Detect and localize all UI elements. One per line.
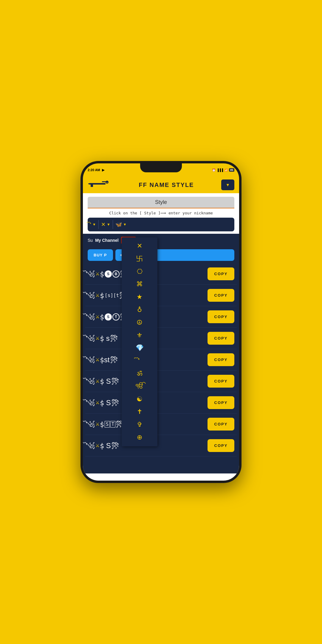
ff-sym3: ꧂𑆿 (112, 399, 119, 407)
table-row: 𑆿꧁ ⚔ ṩ S ꧂𑆿 COPY (85, 392, 237, 414)
copy-button-9[interactable]: COPY (208, 439, 234, 452)
ff-sym3: ꧂𑆿 (112, 377, 119, 386)
ff-sym: 𑆿꧁ (88, 377, 95, 386)
b-circle: B (112, 270, 120, 278)
time: 2:20 AM (88, 168, 100, 172)
svg-rect-2 (91, 185, 93, 187)
selector-group-3[interactable]: 🦋 ▼ (115, 221, 127, 228)
dropdown-item-15[interactable]: ✞ (122, 418, 157, 431)
copy-button-5[interactable]: COPY (208, 353, 234, 366)
app-header: FF NAME STYLE ▼ (83, 177, 239, 193)
wifi-icon: 📶 (224, 168, 228, 172)
ff-sym: 𑆿꧁ (88, 313, 95, 321)
dropdown-item-12[interactable]: ੴ (122, 380, 157, 393)
style-selectors: 𑆿 ▼ ✕ ▼ 🦋 ▼ (88, 218, 234, 231)
table-row: 𑆿꧁ ⚔ ṩ [s][t ꧂𑆿 COPY (85, 285, 237, 306)
crown-sym: ⚔ (95, 400, 100, 405)
dropdown-item-9[interactable]: 💎 (122, 342, 157, 354)
ff-sym2: ṩ S (100, 377, 111, 386)
copy-button-1[interactable]: COPY (208, 267, 234, 280)
separator-2 (113, 220, 113, 229)
signal-icon: ▐▐▐ (217, 168, 223, 172)
dropdown-item-2[interactable]: 卐 (122, 253, 157, 265)
dropdown-arrow-icon: ▼ (226, 182, 230, 187)
s-circle2: S (105, 313, 112, 321)
app-title: FF NAME STYLE (115, 182, 218, 188)
ff-sym: 𑆿꧁ (88, 270, 95, 278)
ff-sym2: ṩ S (100, 442, 111, 450)
menu-button[interactable]: ▼ (221, 179, 234, 190)
ff-sym2: ṩst (100, 356, 110, 364)
ff-sym3: ꧂𑆿 (112, 442, 119, 450)
ff-sym: 𑆿꧁ (88, 420, 95, 428)
ff-sym2: ṩ (100, 291, 104, 300)
selector-sym-3: 🦋 (115, 221, 122, 228)
table-row: 𑆿꧁ ⚔ ṩ S T ꧂𑆿 COPY (85, 306, 237, 328)
separator-1 (98, 220, 99, 229)
table-row: 𑆿꧁ ⚔ ṩ S ꧂𑆿 COPY (85, 371, 237, 392)
symbol-dropdown[interactable]: ✕ 卐 ⎔ ⌘ ★ ♁ ☮ ⚜ 💎 𑆿 ॐ ੴ ☯ ✝ ✞ ⊕ (122, 237, 157, 446)
name-list: 𑆿꧁ ⚔ ṩ S B ꧂𑆿 COPY 𑆿꧁ ⚔ (83, 263, 239, 456)
ff-sym2: ṩ S (100, 399, 111, 407)
table-row: 𑆿꧁ ⚔ ṩ S ꧂𑆿 COPY (85, 435, 237, 456)
buy-button[interactable]: BUY P (88, 249, 113, 261)
style-label[interactable]: Style (88, 197, 234, 208)
dropdown-item-3[interactable]: ⎔ (122, 265, 157, 278)
copy-button-4[interactable]: COPY (208, 332, 234, 345)
dropdown-item-7[interactable]: ☮ (122, 316, 157, 329)
copy-button-6[interactable]: COPY (208, 375, 234, 388)
ff-sym2: ṩ s (100, 334, 110, 343)
table-row: 𑆿꧁ ⚔ ṩ s ꧂𑆿 COPY (85, 328, 237, 349)
selector-group-2[interactable]: ✕ ▼ (101, 221, 110, 228)
dropdown-item-6[interactable]: ♁ (122, 304, 157, 316)
phone-screen: 2:20 AM ▶ ⏰ ▐▐▐ 📶 85 (83, 163, 239, 481)
ff-sym3: ꧂𑆿 (110, 356, 117, 364)
notch (140, 163, 182, 172)
battery: 85 (229, 168, 234, 172)
subscribe-bar: Su My Channel RIBE (83, 234, 239, 247)
crown-sym: ⚔ (95, 443, 100, 448)
selector-group-1[interactable]: 𑆿 ▼ (91, 222, 96, 228)
channel-name: My Channel (95, 238, 119, 243)
phone-frame: 2:20 AM ▶ ⏰ ▐▐▐ 📶 85 (80, 161, 242, 483)
status-bar: 2:20 AM ▶ ⏰ ▐▐▐ 📶 85 (83, 163, 239, 177)
status-right: ⏰ ▐▐▐ 📶 85 (212, 168, 234, 172)
copy-button-3[interactable]: COPY (208, 310, 234, 323)
dropdown-item-13[interactable]: ☯ (122, 393, 157, 406)
style-hint: Click on the [ Style ]⟿ enter your nickn… (88, 208, 234, 218)
t-circle: T (112, 313, 120, 321)
ff-sym3: ꧂𑆿 (110, 334, 117, 343)
dropdown-item-1[interactable]: ✕ (122, 240, 157, 253)
dropdown-item-16[interactable]: ⊕ (122, 431, 157, 444)
selector-sym-2: ✕ (101, 221, 106, 228)
copy-button-2[interactable]: COPY (208, 289, 234, 302)
alarm-icon: ⏰ (212, 168, 216, 172)
svg-rect-0 (89, 183, 106, 185)
s-circle: S (105, 270, 112, 278)
dropdown-item-10[interactable]: 𑆿 (122, 354, 157, 367)
ff-sym2: ṩ (100, 270, 104, 278)
selector-arrow-3: ▼ (123, 222, 127, 227)
copy-button-8[interactable]: COPY (208, 418, 234, 431)
crown-sym: ⚔ (95, 314, 100, 320)
crown-sym: ⚔ (95, 335, 100, 341)
subscribe-prefix: Su (88, 238, 93, 243)
dropdown-item-8[interactable]: ⚜ (122, 329, 157, 342)
svg-rect-3 (88, 183, 91, 184)
table-row: 𑆿꧁ ⚔ ṩ S T ꧂𑆿 COPY (85, 414, 237, 435)
ff-sym2: ṩ (100, 313, 104, 321)
dropdown-item-4[interactable]: ⌘ (122, 278, 157, 291)
copy-button-7[interactable]: COPY (208, 396, 234, 409)
dropdown-item-14[interactable]: ✝ (122, 405, 157, 418)
dropdown-item-5[interactable]: ★ (122, 291, 157, 304)
ff-sym2: ṩ (100, 420, 104, 428)
bracket-s: [s][t (105, 292, 119, 298)
status-left: 2:20 AM ▶ (88, 168, 104, 172)
screen-content: Style Click on the [ Style ]⟿ enter your… (83, 193, 239, 481)
style-input-area: Style Click on the [ Style ]⟿ enter your… (83, 193, 239, 234)
crown-sym: ⚔ (95, 378, 100, 384)
dropdown-item-11[interactable]: ॐ (122, 367, 157, 380)
play-icon: ▶ (102, 168, 104, 172)
selector-arrow-1: ▼ (92, 222, 96, 227)
crown-sym: ⚔ (95, 421, 100, 427)
